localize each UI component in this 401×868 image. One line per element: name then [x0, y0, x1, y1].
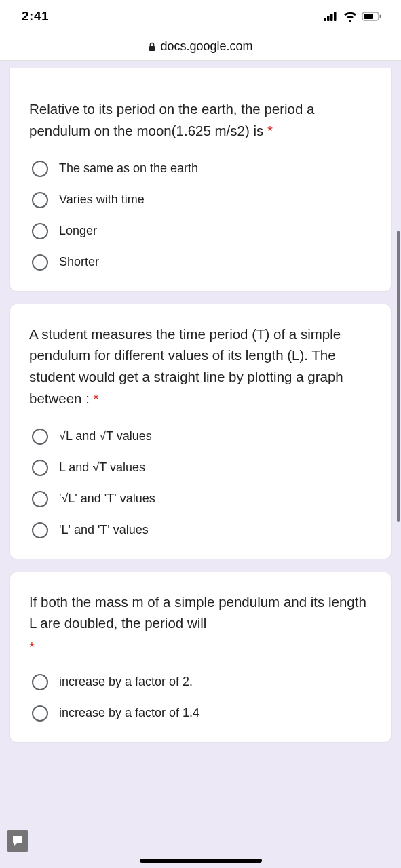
radio-icon: [32, 522, 48, 538]
radio-option[interactable]: L and √T values: [32, 460, 372, 476]
svg-rect-5: [364, 14, 373, 19]
radio-option[interactable]: Shorter: [32, 254, 372, 271]
question-card: If both the mass m of a simple pendulum …: [9, 572, 392, 743]
home-indicator[interactable]: [140, 859, 262, 863]
scroll-indicator[interactable]: [397, 231, 400, 522]
options-group: The same as on the earth Varies with tim…: [29, 161, 372, 271]
lock-icon: [148, 42, 156, 52]
option-label: increase by a factor of 2.: [59, 674, 193, 690]
svg-rect-2: [330, 14, 333, 21]
radio-icon: [32, 223, 48, 239]
cellular-icon: [324, 12, 339, 21]
status-icons: [324, 11, 382, 22]
question-text: If both the mass m of a simple pendulum …: [29, 591, 372, 635]
options-group: √L and √T values L and √T values '√L' an…: [29, 429, 372, 538]
radio-option[interactable]: √L and √T values: [32, 429, 372, 445]
question-text: Relative to its period on the earth, the…: [29, 98, 372, 142]
radio-icon: [32, 429, 48, 445]
question-text: A student measures the time period (T) o…: [29, 323, 372, 410]
radio-icon: [32, 674, 48, 690]
svg-rect-0: [324, 18, 326, 21]
option-label: √L and √T values: [59, 429, 152, 444]
option-label: Longer: [59, 223, 97, 239]
radio-icon: [32, 705, 48, 722]
status-time: 2:41: [22, 9, 49, 24]
radio-option[interactable]: '√L' and 'T' values: [32, 491, 372, 507]
option-label: L and √T values: [59, 460, 145, 475]
option-label: increase by a factor of 1.4: [59, 705, 199, 721]
radio-option[interactable]: increase by a factor of 1.4: [32, 705, 372, 722]
required-mark: *: [267, 123, 273, 138]
required-mark: *: [94, 391, 99, 406]
option-label: '√L' and 'T' values: [59, 491, 155, 507]
form-content: Relative to its period on the earth, the…: [0, 61, 401, 868]
radio-icon: [32, 491, 48, 507]
option-label: The same as on the earth: [59, 161, 198, 176]
question-card: A student measures the time period (T) o…: [9, 304, 392, 559]
svg-rect-6: [380, 15, 381, 18]
svg-rect-7: [149, 46, 155, 51]
status-bar: 2:41: [0, 0, 401, 33]
question-card: Relative to its period on the earth, the…: [9, 68, 392, 292]
url-bar[interactable]: docs.google.com: [0, 33, 401, 61]
svg-rect-1: [327, 16, 330, 21]
options-group: increase by a factor of 2. increase by a…: [29, 674, 372, 722]
option-label: Shorter: [59, 254, 99, 270]
radio-option[interactable]: Longer: [32, 223, 372, 239]
radio-option[interactable]: 'L' and 'T' values: [32, 522, 372, 538]
required-mark: *: [29, 639, 372, 655]
wifi-icon: [343, 11, 358, 22]
feedback-icon: [12, 835, 24, 847]
url-text: docs.google.com: [160, 39, 252, 54]
battery-icon: [362, 12, 382, 21]
radio-icon: [32, 192, 48, 208]
radio-option[interactable]: Varies with time: [32, 192, 372, 208]
option-label: Varies with time: [59, 192, 145, 208]
radio-icon: [32, 161, 48, 177]
radio-icon: [32, 254, 48, 271]
radio-option[interactable]: The same as on the earth: [32, 161, 372, 177]
radio-icon: [32, 460, 48, 476]
option-label: 'L' and 'T' values: [59, 522, 149, 538]
feedback-button[interactable]: [7, 830, 28, 852]
radio-option[interactable]: increase by a factor of 2.: [32, 674, 372, 690]
svg-rect-3: [334, 12, 337, 21]
